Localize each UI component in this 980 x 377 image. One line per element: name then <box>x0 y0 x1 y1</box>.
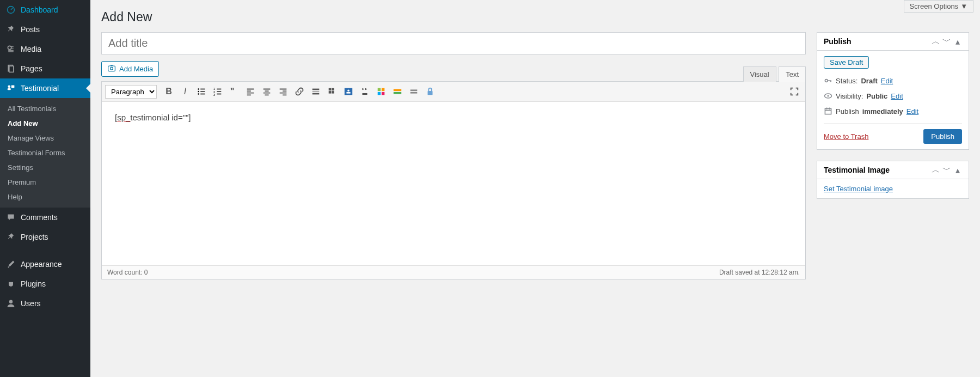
shortcode-2-button[interactable] <box>373 84 389 99</box>
move-down-button[interactable]: ﹀ <box>942 166 951 174</box>
edit-visibility-link[interactable]: Edit <box>891 92 903 100</box>
link-button[interactable] <box>292 84 307 99</box>
add-media-label: Add Media <box>119 65 153 73</box>
bold-button[interactable]: B <box>161 84 176 99</box>
word-count: Word count: 0 <box>107 269 148 276</box>
plug-icon <box>5 278 16 289</box>
move-up-button[interactable]: ︿ <box>932 37 940 46</box>
sidebar-submenu: All Testimonials Add New Manage Views Te… <box>0 98 90 208</box>
contact-form-button[interactable] <box>341 84 356 99</box>
svg-rect-32 <box>394 92 401 94</box>
status-label: Status: <box>836 77 857 85</box>
quote-button[interactable]: " <box>226 84 242 99</box>
content-prefix: [sp_ <box>115 113 130 122</box>
comments-icon <box>5 212 16 223</box>
sidebar-item-comments[interactable]: Comments <box>0 208 90 227</box>
toggle-panel-button[interactable]: ▴ <box>953 166 962 174</box>
main-content: Screen Options ▼ Add New Add Media Visua… <box>90 0 980 377</box>
sidebar-item-projects[interactable]: Projects <box>0 227 90 247</box>
sub-all-testimonials[interactable]: All Testimonials <box>0 101 90 116</box>
tab-visual[interactable]: Visual <box>743 66 776 82</box>
toggle-toolbar-button[interactable] <box>324 84 340 99</box>
media-icon <box>5 44 16 54</box>
move-up-button[interactable]: ︿ <box>932 166 940 174</box>
screen-options-label: Screen Options <box>910 2 959 10</box>
testimonial-image-title: Testimonial Image <box>824 166 890 174</box>
sidebar-item-label: Users <box>21 299 41 308</box>
sidebar-item-media[interactable]: Media <box>0 39 90 59</box>
svg-text:3: 3 <box>213 93 215 96</box>
italic-button[interactable]: I <box>177 84 193 99</box>
edit-date-link[interactable]: Edit <box>906 107 918 115</box>
svg-rect-30 <box>382 92 384 95</box>
bulleted-list-button[interactable] <box>194 84 209 99</box>
svg-rect-35 <box>428 91 433 95</box>
sidebar-item-posts[interactable]: Posts <box>0 20 90 39</box>
sub-testimonial-forms[interactable]: Testimonial Forms <box>0 145 90 160</box>
move-down-button[interactable]: ﹀ <box>942 37 951 46</box>
sub-settings[interactable]: Settings <box>0 160 90 175</box>
editor-footer: Word count: 0 Draft saved at 12:28:12 am… <box>102 265 805 279</box>
fullscreen-button[interactable] <box>787 84 802 99</box>
sub-premium[interactable]: Premium <box>0 175 90 190</box>
sub-add-new[interactable]: Add New <box>0 116 90 131</box>
sidebar-item-appearance[interactable]: Appearance <box>0 254 90 274</box>
align-left-button[interactable] <box>243 84 258 99</box>
svg-rect-26 <box>346 92 350 94</box>
svg-point-1 <box>8 46 11 49</box>
editor-body[interactable]: [sp_testimonial id=""] <box>102 102 805 265</box>
svg-rect-22 <box>329 91 332 94</box>
align-right-button[interactable] <box>275 84 291 99</box>
screen-options-button[interactable]: Screen Options ▼ <box>904 0 973 13</box>
svg-rect-33 <box>411 89 418 91</box>
shortcode-4-button[interactable] <box>406 84 421 99</box>
more-button[interactable] <box>308 84 323 99</box>
edit-status-link[interactable]: Edit <box>881 77 893 85</box>
pin-icon <box>5 24 16 35</box>
title-input[interactable] <box>101 32 806 54</box>
tab-text[interactable]: Text <box>779 66 806 82</box>
svg-rect-20 <box>329 88 332 91</box>
pages-icon <box>5 63 16 74</box>
svg-rect-3 <box>9 66 14 72</box>
sidebar-item-label: Projects <box>21 233 48 241</box>
svg-point-4 <box>8 85 10 88</box>
sub-help[interactable]: Help <box>0 190 90 204</box>
toggle-panel-button[interactable]: ▴ <box>953 37 962 46</box>
sidebar-item-label: Testimonial <box>21 84 59 93</box>
shortcode-3-button[interactable] <box>390 84 405 99</box>
paragraph-select[interactable]: Paragraph <box>105 85 157 99</box>
sidebar-item-users[interactable]: Users <box>0 294 90 313</box>
svg-rect-29 <box>378 92 381 95</box>
sidebar-item-plugins[interactable]: Plugins <box>0 274 90 294</box>
key-icon <box>824 76 832 85</box>
testimonial-icon <box>5 83 16 94</box>
content-rest: testimonial id=""] <box>130 113 191 122</box>
publish-button[interactable]: Publish <box>923 129 962 144</box>
svg-point-7 <box>9 300 13 303</box>
dashboard-icon <box>5 4 16 15</box>
add-media-button[interactable]: Add Media <box>101 61 159 77</box>
svg-point-38 <box>827 95 829 96</box>
sub-manage-views[interactable]: Manage Views <box>0 131 90 145</box>
align-center-button[interactable] <box>259 84 274 99</box>
lock-icon-button[interactable] <box>422 84 438 99</box>
sidebar-item-label: Pages <box>21 64 42 73</box>
chevron-down-icon: ▼ <box>960 2 967 10</box>
shortcode-1-button[interactable] <box>357 84 372 99</box>
admin-sidebar: Dashboard Posts Media Pages Testimonial … <box>0 0 90 377</box>
svg-point-25 <box>347 89 350 92</box>
svg-rect-8 <box>108 66 115 71</box>
sidebar-item-testimonial[interactable]: Testimonial <box>0 78 90 98</box>
svg-rect-39 <box>825 108 831 114</box>
pin-icon <box>5 232 16 242</box>
sidebar-item-pages[interactable]: Pages <box>0 59 90 78</box>
numbered-list-button[interactable]: 123 <box>210 84 225 99</box>
camera-icon <box>107 64 116 74</box>
sidebar-item-dashboard[interactable]: Dashboard <box>0 0 90 20</box>
set-testimonial-image-link[interactable]: Set Testimonial image <box>824 185 893 193</box>
move-to-trash-link[interactable]: Move to Trash <box>824 132 868 141</box>
sidebar-item-label: Media <box>21 45 41 53</box>
save-draft-button[interactable]: Save Draft <box>824 56 869 69</box>
sidebar-item-label: Appearance <box>21 260 62 269</box>
